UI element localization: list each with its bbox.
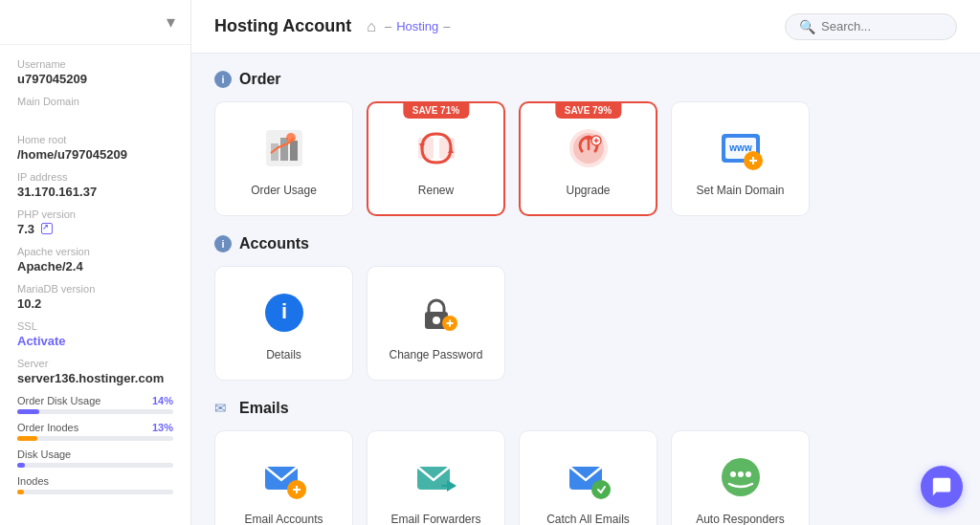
renew-svg — [412, 124, 460, 172]
card-catch-all-emails[interactable]: Catch All Emails — [519, 430, 657, 525]
main-domain-value — [17, 109, 173, 124]
order-usage-label: Order Usage — [251, 184, 317, 197]
username-label: Username — [17, 58, 173, 70]
mariadb-label: MariaDB version — [17, 283, 173, 295]
renew-icon — [411, 122, 462, 174]
username-value: u797045209 — [17, 72, 173, 86]
card-email-accounts[interactable]: Email Accounts — [214, 430, 353, 525]
disk-usage-label: Order Disk Usage — [17, 395, 100, 406]
email-accounts-label: Email Accounts — [244, 513, 323, 525]
catch-all-svg — [565, 453, 612, 501]
breadcrumb-hosting[interactable]: Hosting — [396, 19, 438, 33]
accounts-section-header: i Accounts — [214, 235, 957, 252]
ip-label: IP address — [17, 171, 173, 183]
svg-point-25 — [433, 317, 440, 324]
breadcrumb-sep2: – — [443, 19, 450, 33]
disk-label2: Disk Usage — [17, 448, 71, 460]
svg-rect-5 — [418, 138, 434, 159]
disk-bar2-fill — [17, 463, 25, 468]
inodes-pct: 13% — [152, 422, 173, 433]
topbar: Hosting Account ⌂ – Hosting – 🔍 — [191, 0, 980, 54]
auto-responders-label: Auto Responders — [696, 513, 785, 525]
svg-text:i: i — [280, 299, 286, 323]
inodes-bar2-bg — [17, 490, 173, 494]
card-auto-responders[interactable]: Auto Responders — [671, 430, 810, 525]
svg-point-37 — [591, 480, 611, 499]
disk-usage-pct: 14% — [152, 395, 173, 406]
card-change-password[interactable]: Change Password — [367, 266, 505, 381]
auto-responders-icon — [715, 451, 767, 503]
details-icon: i — [258, 287, 310, 339]
php-label: PHP version — [17, 208, 173, 220]
main-area: Hosting Account ⌂ – Hosting – 🔍 i Order — [191, 0, 980, 525]
svg-text:www: www — [728, 142, 752, 153]
catch-all-emails-label: Catch All Emails — [546, 513, 630, 525]
accounts-section: i Accounts i Details — [214, 235, 957, 381]
ssl-activate[interactable]: Activate — [17, 334, 173, 348]
home-root-value: /home/u797045209 — [17, 147, 173, 162]
emails-section-header: ✉ Emails — [214, 400, 957, 417]
card-email-forwarders[interactable]: Email Forwarders — [367, 430, 505, 525]
breadcrumb-home-icon: ⌂ — [367, 18, 376, 35]
sidebar: ▾ Username u797045209 Main Domain Home r… — [0, 0, 191, 525]
svg-rect-3 — [290, 141, 298, 161]
chevron-down-icon: ▾ — [167, 11, 175, 33]
email-accounts-icon — [258, 451, 310, 503]
auto-responders-svg — [717, 453, 765, 501]
content-area: i Order Orde — [191, 54, 980, 525]
search-input[interactable] — [821, 19, 955, 33]
upgrade-label: Upgrade — [566, 184, 610, 197]
ip-value: 31.170.161.37 — [17, 185, 173, 199]
inodes-bar-fill — [17, 436, 37, 441]
upgrade-svg — [565, 124, 612, 172]
chat-bubble[interactable] — [921, 466, 963, 508]
order-usage-svg — [260, 124, 308, 172]
main-domain-label: Main Domain — [17, 96, 173, 107]
details-label: Details — [266, 348, 301, 361]
search-bar[interactable]: 🔍 — [785, 13, 957, 40]
breadcrumb: ⌂ – Hosting – — [367, 18, 455, 35]
svg-rect-2 — [280, 138, 288, 161]
order-info-icon: i — [214, 71, 232, 88]
renew-save-badge: SAVE 71% — [403, 102, 469, 119]
apache-value: Apache/2.4 — [17, 259, 173, 273]
page-title: Hosting Account — [214, 16, 351, 36]
external-link-icon[interactable] — [41, 223, 53, 234]
card-renew[interactable]: SAVE 71% Renew — [367, 101, 505, 216]
card-details[interactable]: i Details — [214, 266, 353, 381]
svg-rect-6 — [439, 138, 455, 159]
card-order-usage[interactable]: Order Usage — [214, 101, 353, 216]
disk-usage-bar-fill — [17, 409, 39, 414]
email-forwarders-label: Email Forwarders — [390, 513, 480, 525]
chat-icon — [931, 476, 952, 497]
details-svg: i — [260, 289, 308, 337]
upgrade-icon — [563, 122, 614, 174]
change-pw-svg — [412, 289, 460, 337]
svg-point-43 — [746, 471, 751, 477]
card-upgrade[interactable]: SAVE 79% Upgrade — [519, 101, 657, 216]
order-section-header: i Order — [214, 71, 957, 88]
change-password-label: Change Password — [389, 348, 482, 361]
disk-usage-bar-bg — [17, 409, 173, 414]
upgrade-save-badge: SAVE 79% — [555, 102, 621, 119]
inodes-label2: Inodes — [17, 475, 49, 487]
domain-svg: www — [715, 122, 767, 174]
accounts-section-title: Accounts — [239, 235, 309, 252]
order-cards-row: Order Usage SAVE 71% — [214, 101, 957, 216]
home-root-label: Home root — [17, 134, 173, 145]
inodes-bar2-fill — [17, 490, 24, 494]
emails-cards-row: Email Accounts Email Forwarders — [214, 430, 957, 525]
emails-envelope-icon: ✉ — [214, 400, 232, 417]
breadcrumb-sep1: – — [385, 19, 391, 33]
apache-label: Apache version — [17, 246, 173, 257]
inodes-label: Order Inodes — [17, 422, 78, 433]
sidebar-toggle[interactable]: ▾ — [0, 0, 190, 45]
emails-section-title: Emails — [239, 400, 289, 417]
ssl-label: SSL — [17, 320, 173, 332]
order-section-title: Order — [239, 71, 281, 88]
email-accounts-svg — [260, 453, 308, 501]
card-set-main-domain[interactable]: www Set Main Domain — [671, 101, 810, 216]
change-pw-icon — [411, 287, 462, 339]
emails-section: ✉ Emails Email Accounts — [214, 400, 957, 525]
svg-point-42 — [738, 471, 744, 477]
